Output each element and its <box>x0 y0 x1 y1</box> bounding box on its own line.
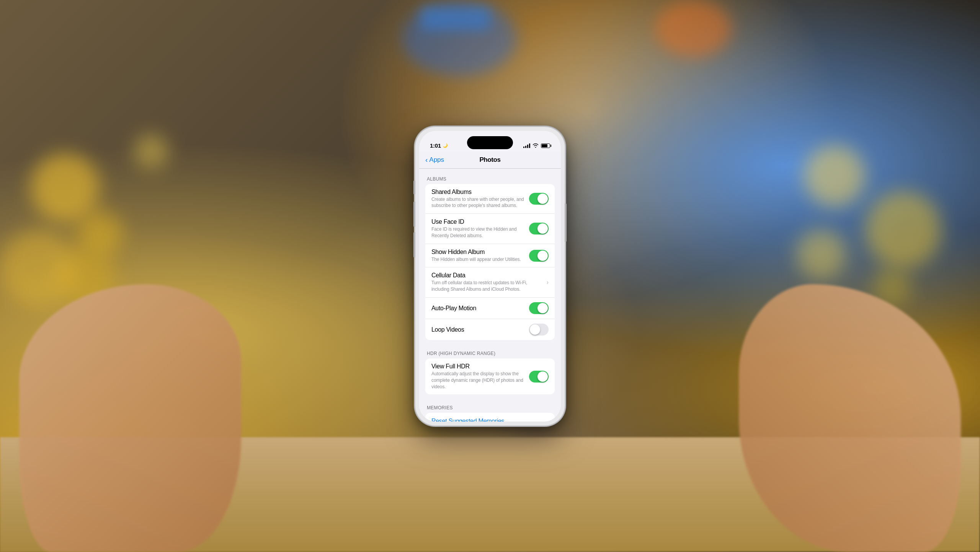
bokeh-light-5 <box>0 230 77 306</box>
volume-up-button <box>413 202 415 227</box>
power-button <box>565 204 567 242</box>
view-full-hdr-title: View Full HDR <box>431 363 524 370</box>
status-icons <box>523 143 550 149</box>
page-title: Photos <box>479 156 500 164</box>
toggle-thumb <box>537 303 548 313</box>
signal-icon <box>523 143 530 148</box>
memories-settings-group: Reset Suggested Memories Reset People & … <box>425 413 555 421</box>
loop-videos-toggle[interactable] <box>529 324 549 335</box>
loop-videos-title: Loop Videos <box>431 326 524 333</box>
screen-glow-3 <box>655 0 731 57</box>
auto-play-motion-toggle[interactable] <box>529 302 549 314</box>
phone-screen: 1:01 🌙 <box>419 131 561 422</box>
settings-content: ALBUMS Shared Albums Create albums to sh… <box>419 169 561 422</box>
hdr-settings-group: View Full HDR Automatically adjust the d… <box>425 358 555 394</box>
navigation-bar: ‹ Apps Photos <box>419 152 561 169</box>
loop-videos-row: Loop Videos <box>425 319 555 340</box>
auto-play-motion-title: Auto-Play Motion <box>431 305 524 312</box>
back-chevron-icon: ‹ <box>425 156 428 164</box>
battery-fill <box>542 144 547 147</box>
shared-albums-toggle[interactable] <box>529 193 549 205</box>
cellular-data-subtitle: Turn off cellular data to restrict updat… <box>431 280 542 293</box>
reset-suggested-memories-row[interactable]: Reset Suggested Memories <box>425 413 555 421</box>
cellular-data-content: Cellular Data Turn off cellular data to … <box>431 272 547 293</box>
toggle-thumb <box>537 371 548 382</box>
face-id-content: Use Face ID Face ID is required to view … <box>431 218 529 239</box>
face-id-title: Use Face ID <box>431 218 524 225</box>
view-full-hdr-subtitle: Automatically adjust the display to show… <box>431 371 524 390</box>
show-hidden-album-subtitle: The Hidden album will appear under Utili… <box>431 256 524 263</box>
face-id-subtitle: Face ID is required to view the Hidden a… <box>431 226 524 239</box>
view-full-hdr-content: View Full HDR Automatically adjust the d… <box>431 363 529 390</box>
moon-icon: 🌙 <box>443 143 448 148</box>
phone-body: 1:01 🌙 <box>415 127 565 425</box>
shared-albums-subtitle: Create albums to share with other people… <box>431 196 524 209</box>
albums-settings-group: Shared Albums Create albums to share wit… <box>425 184 555 340</box>
auto-play-motion-row: Auto-Play Motion <box>425 298 555 319</box>
back-button-label: Apps <box>429 156 444 164</box>
phone-device: 1:01 🌙 <box>415 127 565 425</box>
toggle-thumb <box>537 223 548 234</box>
show-hidden-album-title: Show Hidden Album <box>431 249 524 256</box>
shared-albums-row: Shared Albums Create albums to share wit… <box>425 184 555 214</box>
dynamic-island <box>467 136 513 149</box>
show-hidden-album-toggle[interactable] <box>529 250 549 262</box>
cellular-data-chevron-icon: › <box>547 279 549 286</box>
wifi-icon <box>532 143 539 149</box>
view-full-hdr-row: View Full HDR Automatically adjust the d… <box>425 358 555 394</box>
auto-play-motion-content: Auto-Play Motion <box>431 305 529 312</box>
show-hidden-album-row: Show Hidden Album The Hidden album will … <box>425 244 555 268</box>
cellular-data-row[interactable]: Cellular Data Turn off cellular data to … <box>425 267 555 298</box>
toggle-thumb <box>530 324 540 335</box>
shared-albums-content: Shared Albums Create albums to share wit… <box>431 189 529 209</box>
screen-glow-2 <box>402 0 517 77</box>
cellular-data-title: Cellular Data <box>431 272 542 279</box>
albums-section-header: ALBUMS <box>419 169 561 184</box>
bokeh-light-1 <box>31 153 100 222</box>
memories-section-header: MEMORIES <box>419 397 561 413</box>
bokeh-light-3 <box>134 134 168 168</box>
status-time: 1:01 <box>430 142 441 149</box>
mute-switch <box>413 181 415 194</box>
hdr-section-header: HDR (HIGH DYNAMIC RANGE) <box>419 343 561 358</box>
reset-suggested-memories-label: Reset Suggested Memories <box>431 418 504 422</box>
bokeh-light-8 <box>796 230 846 279</box>
bokeh-light-7 <box>865 191 942 268</box>
volume-down-button <box>413 232 415 257</box>
face-id-row: Use Face ID Face ID is required to view … <box>425 214 555 244</box>
toggle-thumb <box>537 251 548 261</box>
bokeh-light-6 <box>804 145 865 207</box>
back-button[interactable]: ‹ Apps <box>425 156 444 164</box>
toggle-thumb <box>537 194 548 204</box>
face-id-toggle[interactable] <box>529 223 549 234</box>
shared-albums-title: Shared Albums <box>431 189 524 195</box>
battery-icon <box>541 143 550 148</box>
loop-videos-content: Loop Videos <box>431 326 529 333</box>
view-full-hdr-toggle[interactable] <box>529 371 549 383</box>
left-hand <box>19 284 241 552</box>
show-hidden-album-content: Show Hidden Album The Hidden album will … <box>431 249 529 263</box>
